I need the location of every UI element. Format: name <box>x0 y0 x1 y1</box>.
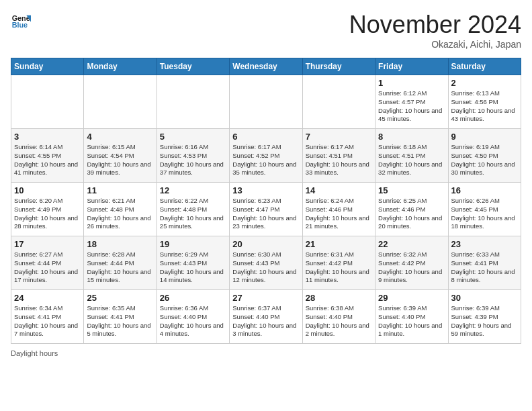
calendar-cell: 11Sunrise: 6:21 AM Sunset: 4:48 PM Dayli… <box>84 183 157 236</box>
calendar-table: SundayMondayTuesdayWednesdayThursdayFrid… <box>11 58 521 344</box>
calendar-cell: 24Sunrise: 6:34 AM Sunset: 4:41 PM Dayli… <box>11 290 84 344</box>
calendar-cell: 10Sunrise: 6:20 AM Sunset: 4:49 PM Dayli… <box>11 183 84 236</box>
day-number: 28 <box>306 293 372 303</box>
day-info: Sunrise: 6:24 AM Sunset: 4:46 PM Dayligh… <box>306 197 372 231</box>
day-info: Sunrise: 6:31 AM Sunset: 4:42 PM Dayligh… <box>306 250 372 285</box>
calendar-cell: 22Sunrise: 6:32 AM Sunset: 4:42 PM Dayli… <box>375 236 448 290</box>
day-info: Sunrise: 6:32 AM Sunset: 4:42 PM Dayligh… <box>378 250 445 285</box>
calendar-cell <box>302 75 375 129</box>
footer-text: Daylight hours <box>11 349 58 357</box>
day-number: 4 <box>87 132 153 142</box>
day-info: Sunrise: 6:37 AM Sunset: 4:40 PM Dayligh… <box>232 304 299 338</box>
day-info: Sunrise: 6:26 AM Sunset: 4:45 PM Dayligh… <box>451 197 518 231</box>
calendar-cell <box>157 75 229 129</box>
col-header-saturday: Saturday <box>448 58 521 75</box>
day-number: 13 <box>232 185 299 195</box>
day-number: 3 <box>14 132 81 142</box>
month-title: November 2024 <box>349 11 521 39</box>
day-number: 29 <box>378 293 445 303</box>
day-number: 5 <box>160 132 226 142</box>
calendar-cell: 2Sunrise: 6:13 AM Sunset: 4:56 PM Daylig… <box>448 75 521 129</box>
day-info: Sunrise: 6:15 AM Sunset: 4:54 PM Dayligh… <box>87 143 153 177</box>
day-info: Sunrise: 6:36 AM Sunset: 4:40 PM Dayligh… <box>160 304 226 338</box>
calendar-header-row: SundayMondayTuesdayWednesdayThursdayFrid… <box>11 58 521 75</box>
day-number: 25 <box>87 293 153 303</box>
calendar-cell <box>11 75 84 129</box>
page-header: General Blue November 2024 Okazaki, Aich… <box>11 11 521 50</box>
calendar-cell: 19Sunrise: 6:29 AM Sunset: 4:43 PM Dayli… <box>157 236 229 290</box>
calendar-cell: 6Sunrise: 6:17 AM Sunset: 4:52 PM Daylig… <box>230 129 302 183</box>
day-info: Sunrise: 6:18 AM Sunset: 4:51 PM Dayligh… <box>378 143 445 177</box>
day-info: Sunrise: 6:17 AM Sunset: 4:52 PM Dayligh… <box>232 143 299 177</box>
col-header-friday: Friday <box>375 58 448 75</box>
calendar-cell: 15Sunrise: 6:25 AM Sunset: 4:46 PM Dayli… <box>375 183 448 236</box>
day-info: Sunrise: 6:28 AM Sunset: 4:44 PM Dayligh… <box>87 250 153 285</box>
title-block: November 2024 Okazaki, Aichi, Japan <box>349 11 521 50</box>
col-header-wednesday: Wednesday <box>230 58 302 75</box>
day-info: Sunrise: 6:34 AM Sunset: 4:41 PM Dayligh… <box>14 304 81 338</box>
day-info: Sunrise: 6:29 AM Sunset: 4:43 PM Dayligh… <box>160 250 226 285</box>
calendar-week-4: 17Sunrise: 6:27 AM Sunset: 4:44 PM Dayli… <box>11 236 521 290</box>
day-info: Sunrise: 6:39 AM Sunset: 4:39 PM Dayligh… <box>451 304 518 338</box>
day-number: 26 <box>160 293 226 303</box>
day-info: Sunrise: 6:39 AM Sunset: 4:40 PM Dayligh… <box>378 304 445 338</box>
day-number: 17 <box>14 239 81 249</box>
day-number: 23 <box>451 239 518 249</box>
calendar-cell: 14Sunrise: 6:24 AM Sunset: 4:46 PM Dayli… <box>302 183 375 236</box>
day-info: Sunrise: 6:21 AM Sunset: 4:48 PM Dayligh… <box>87 197 153 231</box>
day-info: Sunrise: 6:17 AM Sunset: 4:51 PM Dayligh… <box>306 143 372 177</box>
calendar-cell: 30Sunrise: 6:39 AM Sunset: 4:39 PM Dayli… <box>448 290 521 344</box>
calendar-cell: 18Sunrise: 6:28 AM Sunset: 4:44 PM Dayli… <box>84 236 157 290</box>
day-number: 12 <box>160 185 226 195</box>
calendar-cell: 21Sunrise: 6:31 AM Sunset: 4:42 PM Dayli… <box>302 236 375 290</box>
logo-icon: General Blue <box>11 11 31 31</box>
calendar-cell <box>84 75 157 129</box>
day-number: 16 <box>451 185 518 195</box>
day-number: 24 <box>14 293 81 303</box>
day-number: 22 <box>378 239 445 249</box>
calendar-week-1: 1Sunrise: 6:12 AM Sunset: 4:57 PM Daylig… <box>11 75 521 129</box>
day-info: Sunrise: 6:16 AM Sunset: 4:53 PM Dayligh… <box>160 143 226 177</box>
day-info: Sunrise: 6:30 AM Sunset: 4:43 PM Dayligh… <box>232 250 299 285</box>
day-info: Sunrise: 6:25 AM Sunset: 4:46 PM Dayligh… <box>378 197 445 231</box>
col-header-monday: Monday <box>84 58 157 75</box>
day-number: 8 <box>378 132 445 142</box>
calendar-cell <box>230 75 302 129</box>
footer: Daylight hours <box>11 349 521 357</box>
day-info: Sunrise: 6:19 AM Sunset: 4:50 PM Dayligh… <box>451 143 518 177</box>
day-info: Sunrise: 6:14 AM Sunset: 4:55 PM Dayligh… <box>14 143 81 177</box>
calendar-week-5: 24Sunrise: 6:34 AM Sunset: 4:41 PM Dayli… <box>11 290 521 344</box>
day-number: 14 <box>306 185 372 195</box>
day-number: 9 <box>451 132 518 142</box>
calendar-week-2: 3Sunrise: 6:14 AM Sunset: 4:55 PM Daylig… <box>11 129 521 183</box>
day-number: 18 <box>87 239 153 249</box>
calendar-cell: 29Sunrise: 6:39 AM Sunset: 4:40 PM Dayli… <box>375 290 448 344</box>
calendar-week-3: 10Sunrise: 6:20 AM Sunset: 4:49 PM Dayli… <box>11 183 521 236</box>
location: Okazaki, Aichi, Japan <box>349 39 521 50</box>
day-number: 10 <box>14 185 81 195</box>
day-number: 15 <box>378 185 445 195</box>
calendar-cell: 28Sunrise: 6:38 AM Sunset: 4:40 PM Dayli… <box>302 290 375 344</box>
col-header-tuesday: Tuesday <box>157 58 229 75</box>
day-number: 21 <box>306 239 372 249</box>
day-number: 6 <box>232 132 299 142</box>
day-number: 1 <box>378 78 445 88</box>
day-number: 30 <box>451 293 518 303</box>
calendar-cell: 12Sunrise: 6:22 AM Sunset: 4:48 PM Dayli… <box>157 183 229 236</box>
logo: General Blue <box>11 11 31 31</box>
calendar-cell: 5Sunrise: 6:16 AM Sunset: 4:53 PM Daylig… <box>157 129 229 183</box>
calendar-cell: 20Sunrise: 6:30 AM Sunset: 4:43 PM Dayli… <box>230 236 302 290</box>
calendar-cell: 23Sunrise: 6:33 AM Sunset: 4:41 PM Dayli… <box>448 236 521 290</box>
day-info: Sunrise: 6:35 AM Sunset: 4:41 PM Dayligh… <box>87 304 153 338</box>
day-info: Sunrise: 6:20 AM Sunset: 4:49 PM Dayligh… <box>14 197 81 231</box>
calendar-cell: 9Sunrise: 6:19 AM Sunset: 4:50 PM Daylig… <box>448 129 521 183</box>
day-number: 27 <box>232 293 299 303</box>
calendar-cell: 1Sunrise: 6:12 AM Sunset: 4:57 PM Daylig… <box>375 75 448 129</box>
day-number: 7 <box>306 132 372 142</box>
day-number: 19 <box>160 239 226 249</box>
col-header-thursday: Thursday <box>302 58 375 75</box>
day-number: 20 <box>232 239 299 249</box>
day-info: Sunrise: 6:23 AM Sunset: 4:47 PM Dayligh… <box>232 197 299 231</box>
day-info: Sunrise: 6:13 AM Sunset: 4:56 PM Dayligh… <box>451 89 518 124</box>
col-header-sunday: Sunday <box>11 58 84 75</box>
